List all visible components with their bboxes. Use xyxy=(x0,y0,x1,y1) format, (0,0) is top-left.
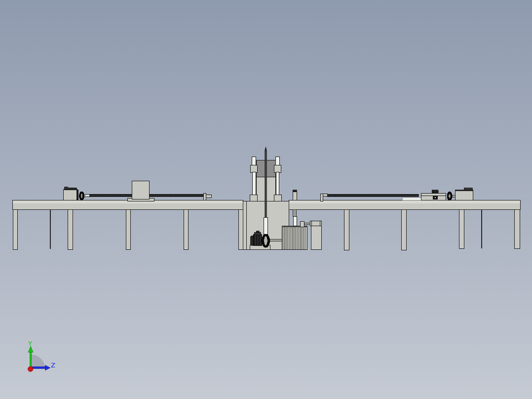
spindle-rod xyxy=(265,150,266,217)
slider-carriage xyxy=(127,181,154,201)
model-drawing: Y Z xyxy=(0,0,532,399)
triad-arc xyxy=(31,355,45,368)
cad-viewport[interactable]: Y Z xyxy=(0,0,532,399)
linear-rail xyxy=(402,198,421,200)
right-feed-motor xyxy=(447,188,473,200)
z-axis-label: Z xyxy=(51,361,55,369)
left-end-bracket xyxy=(204,194,212,200)
ribbed-gearbox xyxy=(282,226,307,249)
central-press-station[interactable] xyxy=(243,147,321,250)
orientation-triad: Y Z xyxy=(28,340,55,372)
left-feed-motor xyxy=(64,187,90,200)
right-carriage xyxy=(421,190,446,200)
left-feed-unit[interactable] xyxy=(64,181,212,201)
lead-screw-right xyxy=(327,194,418,197)
x-axis-dot xyxy=(28,366,33,372)
y-axis-label: Y xyxy=(28,340,32,347)
right-feed-unit[interactable] xyxy=(320,188,473,201)
